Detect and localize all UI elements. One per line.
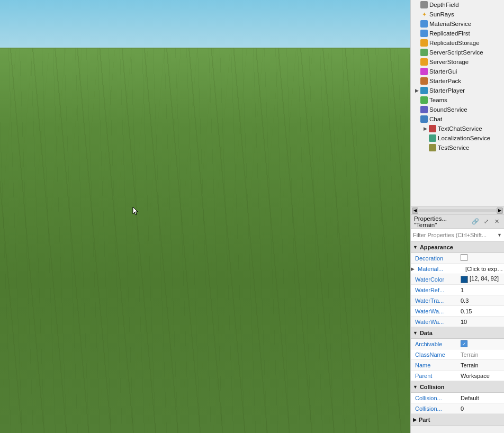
- filter-input[interactable]: [413, 232, 497, 238]
- section-data[interactable]: ▼Data: [411, 327, 504, 339]
- section-appearance[interactable]: ▼Appearance: [411, 241, 504, 253]
- section-collision[interactable]: ▼Collision: [411, 381, 504, 393]
- db-icon: [420, 30, 428, 37]
- tree-label-sunrays: SunRays: [429, 11, 454, 17]
- tree-item-serverscriptservice[interactable]: ServerScriptService: [411, 48, 504, 57]
- prop-row-appearance-3[interactable]: WaterRef...1: [411, 285, 504, 295]
- prop-row-appearance-2[interactable]: WaterColor[12, 84, 92]: [411, 274, 504, 285]
- prop-name-name: Name: [411, 362, 458, 368]
- prop-value-name[interactable]: Terrain: [458, 362, 504, 368]
- section-label-data: Data: [420, 330, 433, 336]
- prop-row-appearance-4[interactable]: WaterTra...0.3: [411, 295, 504, 306]
- tree-arrow-textchatservice: ▶: [424, 126, 429, 131]
- prop-row-data-0[interactable]: Archivable: [411, 339, 504, 349]
- prop-value-collision[interactable]: Default: [458, 395, 504, 401]
- scrollbar-area[interactable]: ◀ ▶: [411, 206, 504, 215]
- sky: [0, 0, 410, 48]
- gear-icon: [420, 1, 428, 8]
- prop-checkbox-archivable[interactable]: [461, 340, 467, 347]
- section-part[interactable]: ▶Part: [411, 414, 504, 426]
- tree-item-materialservice[interactable]: MaterialService: [411, 19, 504, 29]
- prop-name-material: Material...: [416, 266, 463, 272]
- tree-item-starterpack[interactable]: StarterPack: [411, 76, 504, 86]
- grass-texture: [0, 48, 410, 433]
- section-label-collision: Collision: [420, 384, 444, 390]
- scroll-left-btn[interactable]: ◀: [412, 208, 418, 214]
- prop-row-collision-1[interactable]: Collision...0: [411, 403, 504, 414]
- tree-item-replicatedstorage[interactable]: ReplicatedStorage: [411, 38, 504, 48]
- prop-name-archivable: Archivable: [411, 341, 458, 347]
- prop-value-classname[interactable]: Terrain: [458, 351, 504, 358]
- props-body: ▼AppearanceDecoration▶Material...[Click …: [411, 241, 504, 433]
- prop-value-decoration: [458, 254, 504, 262]
- tree-item-textchatservice[interactable]: ▶TextChatService: [411, 124, 504, 133]
- pack-icon: [420, 77, 428, 85]
- tree-item-localizationservice[interactable]: LocalizationService: [411, 133, 504, 143]
- tree-item-serverstorage[interactable]: ServerStorage: [411, 57, 504, 67]
- tree-label-replicatedfirst: ReplicatedFirst: [429, 30, 470, 37]
- color-swatch-watercolor[interactable]: [461, 276, 468, 283]
- prop-row-appearance-0[interactable]: Decoration: [411, 253, 504, 264]
- tree-item-depthfield[interactable]: DepthField: [411, 0, 504, 10]
- properties-title: Properties... "Terrain": [414, 215, 469, 228]
- tree-item-replicatedfirst[interactable]: ReplicatedFirst: [411, 29, 504, 38]
- properties-header: Properties... "Terrain" 🔗 ⤢ ✕: [411, 215, 504, 229]
- test-icon: [429, 144, 436, 151]
- prop-row-appearance-1[interactable]: ▶Material...[Click to expand]: [411, 264, 504, 274]
- section-label-appearance: Appearance: [420, 244, 453, 250]
- tree-label-teams: Teams: [429, 97, 447, 103]
- tree-item-sunrays[interactable]: ✦SunRays: [411, 10, 504, 19]
- prop-row-appearance-5[interactable]: WaterWa...0.15: [411, 306, 504, 317]
- tree-label-soundservice: SoundService: [429, 106, 467, 113]
- tree-item-starterplayer[interactable]: ▶StarterPlayer: [411, 86, 504, 95]
- prop-value-watercolor[interactable]: [12, 84, 92]: [458, 275, 504, 283]
- tree-label-depthfield: DepthField: [429, 2, 459, 8]
- tree-item-chat[interactable]: Chat: [411, 114, 504, 124]
- tree-item-teams[interactable]: Teams: [411, 95, 504, 105]
- prop-name-waterref: WaterRef...: [411, 287, 458, 293]
- properties-close-btn[interactable]: ✕: [492, 218, 501, 226]
- section-arrow-appearance: ▼: [413, 245, 418, 250]
- prop-name-collision: Collision...: [411, 395, 458, 401]
- prop-checkbox-decoration[interactable]: [461, 254, 467, 261]
- properties-popout-btn[interactable]: ⤢: [482, 218, 490, 226]
- properties-link-btn[interactable]: 🔗: [471, 218, 480, 226]
- horizon-line: [0, 48, 410, 49]
- prop-row-collision-0[interactable]: Collision...Default: [411, 393, 504, 403]
- tree-item-soundservice[interactable]: SoundService: [411, 105, 504, 114]
- sun-icon: ✦: [420, 11, 428, 18]
- text-icon: [429, 125, 436, 132]
- tree-label-startergui: StarterGui: [429, 68, 457, 75]
- prop-value-watertra[interactable]: 0.3: [458, 297, 504, 304]
- prop-row-data-2[interactable]: NameTerrain: [411, 360, 504, 371]
- prop-value-waterwa[interactable]: 0.15: [458, 308, 504, 314]
- tree-label-replicatedstorage: ReplicatedStorage: [429, 40, 480, 46]
- tree-label-testservice: TestService: [438, 145, 469, 151]
- prop-value-waterwa[interactable]: 10: [458, 319, 504, 325]
- ground: [0, 48, 410, 433]
- chat-icon: [420, 115, 428, 123]
- prop-value-collision[interactable]: 0: [458, 405, 504, 412]
- section-label-part: Part: [419, 417, 430, 423]
- tree-item-startergui[interactable]: StarterGui: [411, 67, 504, 76]
- prop-name-classname: ClassName: [411, 351, 458, 358]
- prop-value-waterref[interactable]: 1: [458, 287, 504, 293]
- explorer-section[interactable]: DepthField✦SunRaysMaterialServiceReplica…: [411, 0, 504, 206]
- prop-name-watercolor: WaterColor: [411, 276, 458, 283]
- prop-row-data-3[interactable]: ParentWorkspace: [411, 371, 504, 381]
- right-panel: DepthField✦SunRaysMaterialServiceReplica…: [410, 0, 504, 433]
- local-icon: [429, 134, 436, 142]
- scroll-right-btn[interactable]: ▶: [497, 208, 503, 214]
- tree-label-starterplayer: StarterPlayer: [429, 87, 465, 94]
- prop-row-data-1[interactable]: ClassNameTerrain: [411, 349, 504, 360]
- tree-label-serverscriptservice: ServerScriptService: [429, 49, 483, 56]
- filter-bar[interactable]: ▼: [411, 229, 504, 241]
- section-arrow-part: ▶: [413, 417, 417, 422]
- filter-dropdown-arrow[interactable]: ▼: [497, 232, 502, 238]
- scroll-track[interactable]: [418, 209, 497, 212]
- section-arrow-data: ▼: [413, 330, 418, 336]
- tree-item-testservice[interactable]: TestService: [411, 143, 504, 152]
- tree-label-textchatservice: TextChatService: [438, 125, 482, 132]
- prop-row-appearance-6[interactable]: WaterWa...10: [411, 317, 504, 327]
- prop-value-parent[interactable]: Workspace: [458, 373, 504, 379]
